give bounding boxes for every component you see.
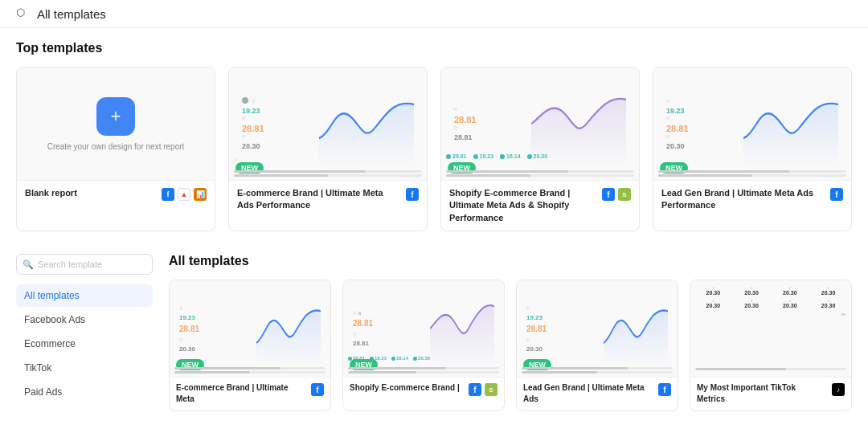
grid-tiktok-icons: ♪ [832,382,845,396]
tiktok-cell: ♪ 20.30 [772,298,809,308]
sidebar-item-tiktok[interactable]: TikTok [16,357,153,379]
lead-gen-metrics-left: ○ 19.23 ○ 28.81 [666,80,739,167]
shopify-icon: S [618,188,631,201]
grid-shopify-bars [348,367,499,374]
tiktok-icon-g4: ♪ [832,383,845,396]
tiktok-cell: ♪ 20.30 [810,298,846,308]
grid-ecomm-bars [174,367,326,374]
grid-shopify-meta[interactable]: ○ a 28.81 ○ 28.81 [342,280,505,411]
sidebar: 🔍 All templates Facebook Ads Ecommerce T… [16,254,153,411]
top-templates-row: + Create your own design for next report… [16,67,852,231]
grid-tiktok-footer: My Most Important TikTok Metrics ♪ [690,377,851,410]
blank-card-preview: + Create your own design for next report [17,67,215,180]
blank-card[interactable]: + Create your own design for next report… [16,67,215,231]
ecomm-meta-card[interactable]: ○ 19.23 ○ 28.81 [228,67,428,231]
grid-ecomm-name: E-commerce Brand | Ultimate Meta [176,382,305,405]
grid-row: ○ 19.23 28.81 ○ 20.30 [169,280,852,411]
shopify-icon-g2: S [485,383,497,396]
tiktok-cell: ♪ 20.30 [695,285,731,296]
grid-ecomm-chart-line [256,290,321,367]
facebook-icon-3: f [602,188,615,201]
grid-shopify-preview: ○ a 28.81 ○ 28.81 [343,280,504,377]
lead-gen-icons: f [830,187,843,201]
shopify-meta-card[interactable]: ○ 28.81 ○ 28.81 [440,67,640,231]
grid-lead-gen[interactable]: ○ 19.23 28.81 ○ 20.30 [516,280,678,411]
grid-ecomm-footer: E-commerce Brand | Ultimate Meta f [170,377,330,410]
chart-metrics-left: ○ 19.23 ○ 28.81 [242,80,314,167]
grid-lead-chart: ○ 19.23 28.81 ○ 20.30 [523,287,671,370]
lead-gen-footer: Lead Gen Brand | Ultimate Meta Ads Perfo… [653,180,851,220]
grid-lead-icons: f [658,382,671,396]
tiktok-cell: ♪ 20.30 [695,298,731,308]
grid-ecomm-chart: ○ 19.23 28.81 ○ 20.30 [176,287,324,370]
all-templates-section: 🔍 All templates Facebook Ads Ecommerce T… [16,254,852,411]
grid-lead-name: Lead Gen Brand | Ultimate Meta Ads [523,382,652,405]
analytics-icon: 📊 [194,188,207,201]
shopify-meta-icons: f S [602,187,631,201]
lead-gen-chart-preview: ○ 19.23 ○ 28.81 [661,76,843,172]
chart-line-right [319,80,414,167]
grid-tiktok-preview: ♪ 20.30 ♪ 20.30 ♪ 20.30 [690,280,851,377]
facebook-icon: f [162,188,174,201]
grid-shopify-footer: Shopify E-commerce Brand | f S [343,377,504,410]
grid-ecomm-meta[interactable]: ○ 19.23 28.81 ○ 20.30 [169,280,331,411]
shopify-meta-preview: ○ 28.81 ○ 28.81 [441,67,639,180]
facebook-icon-4: f [830,188,843,201]
shopify-meta-footer: Shopify E-commerce Brand | Ultimate Meta… [441,180,639,231]
all-templates-title: All templates [169,254,852,268]
grid-lead-footer: Lead Gen Brand | Ultimate Meta Ads f [517,377,678,410]
tiktok-grid: ♪ 20.30 ♪ 20.30 ♪ 20.30 [695,285,846,372]
grid-lead-preview: ○ 19.23 28.81 ○ 20.30 [517,280,678,377]
lead-gen-progress-bars [658,170,846,177]
grid-ecomm-metrics: ○ 19.23 28.81 ○ 20.30 [179,290,252,367]
grid-lead-bars [522,367,673,374]
grid-lead-metrics: ○ 19.23 28.81 ○ 20.30 [526,290,599,367]
blank-card-text: Create your own design for next report [47,142,185,151]
grid-tiktok[interactable]: ♪ 20.30 ♪ 20.30 ♪ 20.30 [690,280,852,411]
google-ads-icon: ▲ [178,188,190,201]
grid-lead-chart-line [604,290,668,367]
search-input[interactable] [16,254,153,275]
lead-gen-card[interactable]: ○ 19.23 ○ 28.81 [653,67,852,231]
tiktok-cell: ♪ 20.30 [772,285,809,296]
chart-preview: ○ 19.23 ○ 28.81 [237,76,419,172]
blank-add-icon: + [96,97,135,136]
shopify-progress-bars [446,170,634,177]
blank-card-icons: f ▲ 📊 [162,187,207,201]
lead-gen-chart-right [743,80,838,167]
sidebar-item-all-templates[interactable]: All templates [16,284,153,307]
page-title: All templates [37,7,106,21]
facebook-icon-2: f [406,188,419,201]
grid-ecomm-icons: f [311,382,324,396]
progress-bars [234,170,422,177]
sidebar-item-ecommerce[interactable]: Ecommerce [16,333,153,355]
sidebar-item-paid-ads[interactable]: Paid Ads [16,381,153,403]
search-wrapper: 🔍 [16,254,153,275]
top-templates-title: Top templates [16,41,852,55]
grid-shopify-icons: f S [469,382,497,396]
ecomm-meta-icons: f [406,187,419,201]
shopify-meta-name: Shopify E-commerce Brand | Ultimate Meta… [449,187,596,224]
ecomm-meta-footer: E-commerce Brand | Ultimate Meta Ads Per… [229,180,427,220]
templates-icon: ⬡ [16,6,31,21]
grid-shopify-name: Shopify E-commerce Brand | [350,382,462,394]
tiktok-cell: ♪ 20.30 [734,298,770,308]
templates-grid: All templates ○ 19.23 28.81 ○ 20.30 [169,254,852,411]
sidebar-item-facebook-ads[interactable]: Facebook Ads [16,308,153,331]
fb-icon-g3: f [658,383,671,396]
top-templates-section: Top templates + Create your own design f… [16,41,852,231]
lead-gen-name: Lead Gen Brand | Ultimate Meta Ads Perfo… [661,187,824,212]
main-content: Top templates + Create your own design f… [0,28,868,424]
blank-card-name: Blank report [25,187,155,199]
ecomm-meta-preview: ○ 19.23 ○ 28.81 [229,67,427,180]
grid-tiktok-name: My Most Important TikTok Metrics [697,382,825,405]
lead-gen-preview: ○ 19.23 ○ 28.81 [653,67,851,180]
blank-card-footer: Blank report f ▲ 📊 [17,180,215,220]
grid-ecomm-preview: ○ 19.23 28.81 ○ 20.30 [170,280,330,377]
ecomm-meta-name: E-commerce Brand | Ultimate Meta Ads Per… [237,187,399,212]
page-header: ⬡ All templates [0,0,868,28]
fb-icon-g2: f [469,383,481,396]
tiktok-cell: ♪ 20.30 [734,285,770,296]
search-icon: 🔍 [23,259,34,270]
fb-icon-g1: f [311,383,324,396]
